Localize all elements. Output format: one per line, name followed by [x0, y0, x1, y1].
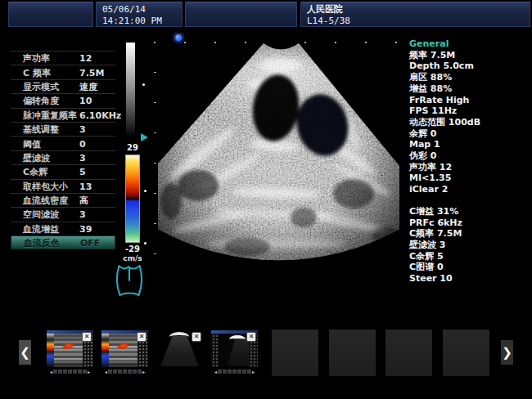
preset-title: General: [409, 38, 530, 50]
info-line: MI<1.35: [409, 173, 530, 184]
thumb-spectrum-column: [101, 334, 109, 367]
close-icon[interactable]: ✕: [137, 332, 147, 342]
info-line: 余辉 0: [409, 128, 530, 140]
parameter-panel: 声功率 12 C 频率 7.5M 显示模式 速度 偏转角度 10 脉冲重复频率 …: [11, 51, 115, 249]
info-line: Steer 10: [409, 273, 530, 285]
velocity-max-label: 29: [123, 143, 142, 152]
param-row-prf[interactable]: 脉冲重复频率 6.10KHz: [11, 108, 115, 122]
date-text: 05/06/14: [97, 2, 182, 16]
velocity-min-label: -29: [121, 244, 144, 253]
thumbnail-2[interactable]: ✕: [101, 330, 148, 367]
strip-right-icon: ▸: [88, 369, 90, 374]
info-line: FrRate High: [409, 95, 530, 106]
close-icon[interactable]: ✕: [82, 332, 92, 342]
close-icon[interactable]: ✕: [192, 332, 201, 342]
thumbnail-4-filmstrip: ◂ ▸: [211, 369, 258, 374]
param-row-flow-gain[interactable]: 血流增益 39: [11, 222, 115, 235]
strip-left-icon: ◂: [214, 369, 217, 374]
thumbnail-3[interactable]: ✕: [156, 330, 203, 367]
ultrasound-image[interactable]: [151, 33, 405, 278]
colorbar-marker-2: [144, 242, 147, 244]
info-line: 动态范围 100dB: [409, 117, 530, 128]
thumbnail-scroll-right-button[interactable]: ❯: [501, 340, 513, 365]
probe-model: L14-5/38: [301, 16, 530, 27]
info-line: C增益 31%: [409, 206, 530, 217]
thumbnail-1-filmstrip: ◂ ▸: [47, 369, 93, 374]
param-row-line-density[interactable]: 血流线密度 高: [11, 193, 115, 207]
info-line: C余辉 5: [409, 251, 530, 262]
info-line: C频率 7.5M: [409, 228, 530, 240]
thumb-bmode-area: [109, 334, 138, 367]
patient-info-box: [8, 2, 93, 27]
param-row-c-persistence[interactable]: C余辉 5: [11, 164, 115, 178]
param-row-wall-filter[interactable]: 壁滤波 3: [11, 150, 115, 164]
info-line: 扇区 88%: [409, 72, 530, 83]
datetime-box: 05/06/14 14:21:00 PM: [96, 2, 183, 27]
exam-info-box: [185, 2, 297, 27]
ultrasound-app-screen: 05/06/14 14:21:00 PM 人民医院 L14-5/38 声功率 1…: [0, 0, 532, 399]
thumb-doppler-patch: [61, 341, 75, 351]
hospital-box: 人民医院 L14-5/38: [300, 2, 530, 27]
colorbar-marker-1: [144, 190, 147, 192]
info-line: Map 1: [409, 139, 530, 150]
thumbnail-empty-slot: [385, 330, 432, 376]
time-text: 14:21:00 PM: [97, 16, 182, 27]
info-line: C图谱 0: [409, 262, 530, 273]
param-row-threshold[interactable]: 阈值 0: [11, 136, 115, 150]
close-icon[interactable]: ✕: [246, 332, 256, 342]
thumbnail-empty-slot: [272, 330, 318, 376]
thumbnail-empty-slot: [443, 330, 489, 376]
param-row-packet-size[interactable]: 取样包大小 13: [11, 179, 115, 193]
thumbnail-4[interactable]: ✕: [211, 330, 258, 367]
thumb-probe-arc: [169, 332, 189, 342]
info-line: 增益 88%: [409, 83, 530, 95]
param-row-steer-angle[interactable]: 偏转角度 10: [11, 93, 115, 107]
doppler-color-bar: [125, 155, 140, 243]
info-line: 伪彩 0: [409, 150, 530, 162]
thumb-bmode-area: [54, 334, 83, 367]
param-row-flow-invert[interactable]: 血流反色 OFF: [11, 235, 115, 249]
probe-orientation-marker: [173, 33, 184, 43]
info-line: 壁滤波 3: [409, 240, 530, 251]
thumb-text-column: [211, 334, 219, 367]
info-line: PRFc 6kHz: [409, 217, 530, 229]
strip-right-icon: ▸: [142, 369, 145, 374]
thumb-doppler-patch: [115, 341, 130, 351]
body-mark-icon[interactable]: [113, 262, 146, 298]
image-info-panel: General 频率 7.5M Depth 5.0cm 扇区 88% 增益 88…: [409, 38, 530, 285]
steer-arrow-icon: [141, 133, 148, 141]
chevron-right-icon: ❯: [502, 345, 512, 360]
strip-right-icon: ▸: [252, 369, 255, 374]
thumbnail-scroll-left-button[interactable]: ❮: [19, 340, 31, 365]
thumbnail-empty-slot: [329, 330, 376, 376]
info-line: FPS 11Hz: [409, 105, 530, 117]
param-row-spatial-filter[interactable]: 空间滤波 3: [11, 207, 115, 221]
info-line: 频率 7.5M: [409, 50, 530, 61]
info-line: 声功率 12: [409, 162, 530, 173]
param-row-display-mode[interactable]: 显示模式 速度: [11, 79, 115, 93]
thumb-sector-area: [219, 334, 249, 367]
thumbnail-2-filmstrip: ◂ ▸: [101, 369, 148, 374]
grayscale-bar: [126, 43, 135, 137]
focus-marker: [142, 83, 145, 86]
chevron-left-icon: ❮: [20, 345, 30, 360]
strip-left-icon: ◂: [50, 369, 52, 374]
thumb-spectrum-column: [47, 334, 54, 367]
info-line: Depth 5.0cm: [409, 61, 530, 72]
hospital-name: 人民医院: [301, 2, 530, 16]
ultrasound-fan: [151, 33, 405, 278]
info-line: iClear 2: [409, 184, 530, 195]
param-row-baseline[interactable]: 基线调整 3: [11, 122, 115, 136]
strip-left-icon: ◂: [105, 369, 107, 374]
param-row-acoustic-power[interactable]: 声功率 12: [11, 51, 115, 65]
param-row-c-frequency[interactable]: C 频率 7.5M: [11, 65, 115, 78]
thumbnail-1[interactable]: ✕: [47, 330, 93, 367]
